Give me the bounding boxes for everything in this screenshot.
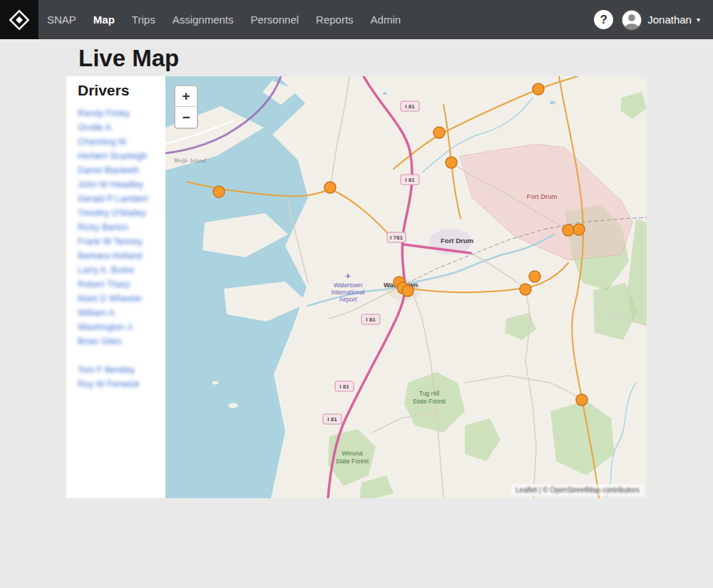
forest-area: [620, 92, 647, 119]
driver-marker[interactable]: [446, 157, 457, 168]
forest-area: [465, 418, 501, 461]
svg-text:I 81: I 81: [405, 103, 415, 110]
route-shield: I 781: [387, 232, 406, 242]
help-button[interactable]: ?: [594, 10, 613, 29]
driver-link[interactable]: Herbert Scarleigh: [78, 149, 163, 163]
driver-link[interactable]: Randy Finley: [78, 106, 163, 120]
driver-marker[interactable]: [213, 186, 225, 197]
map-label: ✈: [345, 272, 351, 280]
driver-link[interactable]: John W Headley: [78, 177, 163, 192]
map-label: Tug Hill: [419, 390, 440, 397]
driver-link[interactable]: Tom F Bentley: [78, 363, 163, 377]
map-label: Winona: [342, 450, 363, 457]
route-shield: I 81: [361, 314, 380, 324]
map-label: Fort Drum: [527, 192, 558, 200]
map-label: Airport: [339, 296, 357, 303]
live-map[interactable]: I 81I 81I 781I 81I 81I 81 Wolfe IslandFo…: [165, 76, 647, 498]
map-label: Watertown: [334, 282, 363, 289]
map-section: Drivers Randy FinleyOrville A.Channing M…: [66, 76, 647, 498]
tiny-island: [228, 403, 238, 408]
driver-link[interactable]: Timothy O'Malley: [78, 206, 163, 220]
map-label: International: [332, 289, 365, 296]
forest-area: [359, 475, 394, 498]
chevron-down-icon: ▾: [697, 16, 700, 24]
drivers-panel: Drivers Randy FinleyOrville A.Channing M…: [66, 76, 165, 498]
navbar-right: ? Jonathan ▾: [594, 9, 713, 31]
svg-text:I 81: I 81: [339, 383, 349, 390]
nav-item-map[interactable]: Map: [85, 0, 123, 39]
nav-item-personnel[interactable]: Personnel: [242, 0, 308, 39]
route-shield: I 81: [401, 101, 419, 111]
driver-link[interactable]: Robert Tharp: [78, 277, 163, 292]
forest-area: [550, 401, 615, 475]
driver-marker[interactable]: [533, 83, 544, 95]
driver-link[interactable]: Gerald P Lambert: [78, 192, 163, 206]
app-logo[interactable]: [0, 0, 39, 39]
drivers-heading: Drivers: [78, 82, 163, 99]
route-shield: I 81: [323, 414, 342, 424]
route-shield: I 81: [401, 175, 419, 185]
driver-marker[interactable]: [576, 394, 588, 406]
content-area: Live Map Drivers Randy FinleyOrville A.C…: [0, 45, 713, 498]
drivers-extra-list: Tom F BentleyRoy W Fenwick: [78, 363, 163, 391]
page-title: Live Map: [78, 45, 713, 72]
driver-link[interactable]: Barbara Holland: [78, 249, 163, 263]
driver-marker[interactable]: [402, 285, 414, 296]
svg-text:I 81: I 81: [366, 316, 376, 323]
main-nav: SNAP Map Trips Assignments Personnel Rep…: [39, 0, 409, 39]
diamond-logo-icon: [7, 8, 31, 32]
map-label: State Forest: [336, 458, 369, 465]
driver-link[interactable]: Orville A.: [78, 120, 163, 135]
nav-item-trips[interactable]: Trips: [123, 0, 164, 39]
forest-area: [505, 313, 536, 340]
driver-link[interactable]: Channing M.: [78, 135, 163, 149]
route-shields-layer: I 81I 81I 781I 81I 81I 81: [323, 101, 419, 424]
svg-text:I 81: I 81: [327, 416, 337, 423]
driver-marker[interactable]: [573, 224, 585, 235]
driver-link[interactable]: Brian Giles: [78, 334, 163, 349]
map-label: Wolfe Island: [174, 157, 206, 164]
zoom-in-button[interactable]: +: [175, 86, 197, 107]
nav-item-snap[interactable]: SNAP: [39, 0, 85, 39]
driver-link[interactable]: Darrel Blanketh: [78, 163, 163, 177]
pond: [383, 92, 387, 95]
user-name: Jonathan: [647, 14, 692, 26]
user-menu[interactable]: Jonathan ▾: [621, 9, 700, 31]
top-navbar: SNAP Map Trips Assignments Personnel Rep…: [0, 0, 713, 39]
driver-marker[interactable]: [563, 225, 574, 236]
drivers-list: Randy FinleyOrville A.Channing M.Herbert…: [78, 106, 163, 349]
tiny-island: [212, 381, 219, 385]
driver-marker[interactable]: [324, 182, 336, 193]
minor-road: [330, 76, 349, 189]
map-label: Fort Drum: [441, 237, 473, 244]
svg-text:I 781: I 781: [390, 234, 403, 241]
nav-item-reports[interactable]: Reports: [307, 0, 362, 39]
driver-marker[interactable]: [520, 284, 531, 295]
driver-link[interactable]: Roy W Fenwick: [78, 377, 163, 391]
driver-link[interactable]: Larry A. Burke: [78, 263, 163, 277]
nav-item-assignments[interactable]: Assignments: [164, 0, 242, 39]
driver-link[interactable]: Washington J.: [78, 320, 163, 334]
driver-link[interactable]: William A.: [78, 306, 163, 320]
driver-link[interactable]: Ricky Barton: [78, 220, 163, 234]
route-shield: I 81: [335, 381, 354, 391]
pond: [550, 101, 555, 105]
zoom-control: + −: [174, 85, 198, 129]
map-canvas: I 81I 81I 781I 81I 81I 81 Wolfe IslandFo…: [165, 76, 647, 498]
zoom-out-button[interactable]: −: [175, 107, 197, 128]
avatar: [621, 9, 642, 31]
fort-drum-military-area: [460, 144, 632, 260]
driver-marker[interactable]: [434, 127, 445, 138]
nav-item-admin[interactable]: Admin: [362, 0, 410, 39]
minor-road: [471, 253, 525, 288]
driver-marker[interactable]: [529, 271, 540, 282]
driver-link[interactable]: Mark D Wheeler: [78, 292, 163, 306]
driver-link[interactable]: Frank W Tenney: [78, 234, 163, 249]
minor-road: [465, 376, 582, 398]
map-label: State Forest: [413, 398, 446, 405]
svg-text:I 81: I 81: [405, 177, 415, 183]
map-attribution[interactable]: Leaflet | © OpenStreetMap contributors: [511, 485, 644, 495]
